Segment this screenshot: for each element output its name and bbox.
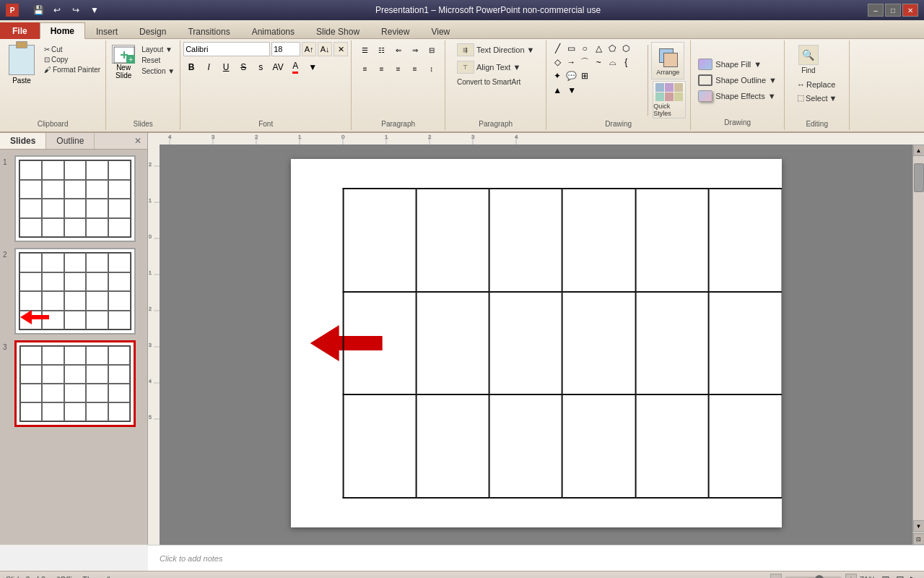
tab-view[interactable]: View [420, 23, 461, 39]
shape-fill-dropdown[interactable]: ▼ [754, 60, 762, 69]
scroll-expand-btn[interactable]: ⊡ [913, 533, 925, 545]
shapes-scroll-down[interactable]: ▼ [565, 84, 578, 97]
shape-diamond[interactable]: ◇ [551, 56, 564, 69]
zoom-out-btn[interactable]: – [770, 574, 782, 579]
font-size-input[interactable] [271, 42, 300, 56]
tab-animations[interactable]: Animations [241, 23, 305, 39]
shape-more[interactable]: ⊞ [578, 69, 591, 82]
text-shadow-btn[interactable]: s [253, 59, 269, 75]
shape-rect[interactable]: ▭ [565, 42, 578, 55]
copy-button[interactable]: ⊡ Copy [42, 55, 103, 64]
slide-thumb-2[interactable] [14, 248, 136, 335]
slide-thumb-3[interactable] [14, 340, 136, 427]
align-left-btn[interactable]: ≡ [357, 61, 373, 77]
cut-button[interactable]: ✂ Cut [42, 45, 103, 54]
select-dropdown[interactable]: ▼ [829, 94, 837, 103]
arrange-button[interactable]: Arrange [651, 42, 684, 79]
shape-oval[interactable]: ○ [578, 42, 591, 55]
scroll-down-btn[interactable]: ▼ [913, 520, 925, 532]
save-quick-btn[interactable]: 💾 [30, 2, 46, 18]
shape-effects-button[interactable]: Shape Effects ▼ [695, 89, 780, 103]
panel-tab-outline[interactable]: Outline [46, 133, 95, 149]
scroll-track[interactable] [913, 156, 924, 520]
text-dir-dropdown[interactable]: ▼ [527, 46, 535, 54]
shape-pentagon[interactable]: ⬠ [606, 42, 619, 55]
tab-insert[interactable]: Insert [85, 23, 128, 39]
line-spacing-btn[interactable]: ↕ [424, 61, 440, 77]
bold-btn[interactable]: B [183, 59, 199, 75]
undo-quick-btn[interactable]: ↩ [49, 2, 65, 18]
shape-star[interactable]: ✦ [551, 69, 564, 82]
find-button[interactable]: 🔍 Find [794, 42, 823, 77]
font-color-dropdown-btn[interactable]: ▼ [305, 59, 321, 75]
font-name-input[interactable] [183, 42, 270, 56]
slide-thumb-1[interactable] [14, 155, 136, 242]
align-center-btn[interactable]: ≡ [374, 61, 390, 77]
clear-format-btn[interactable]: ✕ [334, 42, 348, 56]
tab-design[interactable]: Design [128, 23, 177, 39]
strikethrough-btn[interactable]: S [235, 59, 251, 75]
slide-thumb-item-2[interactable]: 2 [3, 248, 144, 335]
shape-outline-button[interactable]: Shape Outline ▼ [695, 73, 780, 87]
shape-brace[interactable]: { [619, 56, 632, 69]
select-button[interactable]: ⬚ Select ▼ [794, 92, 840, 104]
shape-freeform[interactable]: ~ [592, 56, 605, 69]
quick-styles-button[interactable]: Quick Styles [653, 81, 686, 118]
numbers-btn[interactable]: ☷ [374, 42, 390, 58]
char-spacing-btn[interactable]: AV [270, 59, 286, 75]
underline-btn[interactable]: U [218, 59, 234, 75]
view-normal-btn[interactable]: ⊞ [881, 574, 890, 579]
increase-indent-btn[interactable]: ⇒ [407, 42, 423, 58]
shape-callout[interactable]: 💬 [565, 69, 578, 82]
font-grow-btn[interactable]: A↑ [302, 42, 316, 56]
tab-file[interactable]: File [0, 22, 40, 39]
italic-btn[interactable]: I [201, 59, 217, 75]
notes-area[interactable]: Click to add notes [148, 545, 924, 571]
scroll-thumb[interactable] [914, 163, 924, 192]
panel-close-btn[interactable]: ✕ [128, 133, 147, 149]
shape-arc[interactable]: ⌓ [606, 56, 619, 69]
view-slide-sorter-btn[interactable]: ⊡ [896, 574, 905, 579]
right-scrollbar[interactable]: ▲ ▼ ⊡ [912, 144, 924, 545]
scroll-up-btn[interactable]: ▲ [913, 144, 925, 156]
shape-outline-dropdown[interactable]: ▼ [769, 76, 777, 85]
shape-effects-dropdown[interactable]: ▼ [768, 92, 776, 100]
tab-transitions[interactable]: Transitions [177, 23, 240, 39]
close-btn[interactable]: ✕ [902, 4, 918, 17]
text-direction-button[interactable]: ⇶ Text Direction ▼ [454, 42, 538, 58]
shape-fill-button[interactable]: Shape Fill ▼ [695, 57, 780, 72]
view-slideshow-btn[interactable]: ▶ [910, 574, 918, 579]
tab-slideshow[interactable]: Slide Show [305, 23, 370, 39]
reset-button[interactable]: Reset [139, 56, 177, 65]
layout-button[interactable]: Layout ▼ [139, 45, 177, 54]
align-text-button[interactable]: ⊤ Align Text ▼ [454, 59, 523, 75]
shape-curve[interactable]: ⌒ [578, 56, 591, 69]
slide-thumb-item-3[interactable]: 3 [3, 340, 144, 427]
decrease-indent-btn[interactable]: ⇐ [391, 42, 406, 58]
shapes-scroll-up[interactable]: ▲ [551, 84, 564, 97]
convert-smartart-button[interactable]: Convert to SmartArt [454, 77, 523, 87]
slide-thumb-item-1[interactable]: 1 [3, 155, 144, 242]
tab-home[interactable]: Home [40, 22, 85, 39]
customize-quick-btn[interactable]: ▼ [87, 2, 103, 18]
font-color-btn[interactable]: A [287, 59, 303, 75]
justify-btn[interactable]: ≡ [407, 61, 423, 77]
shape-arrow-right[interactable]: → [565, 56, 578, 69]
columns-btn[interactable]: ⊟ [424, 42, 440, 58]
maximize-btn[interactable]: □ [885, 4, 901, 17]
align-text-dropdown[interactable]: ▼ [513, 63, 520, 72]
tab-review[interactable]: Review [370, 23, 420, 39]
align-right-btn[interactable]: ≡ [391, 61, 406, 77]
zoom-in-btn[interactable]: + [845, 574, 857, 579]
shape-line[interactable]: ╱ [551, 42, 564, 55]
section-button[interactable]: Section ▼ [139, 66, 177, 76]
minimize-btn[interactable]: – [868, 4, 884, 17]
panel-tab-slides[interactable]: Slides [0, 133, 46, 149]
current-slide[interactable] [291, 159, 782, 527]
font-shrink-btn[interactable]: A↓ [318, 42, 332, 56]
format-painter-button[interactable]: 🖌 Format Painter [42, 65, 103, 74]
bullets-btn[interactable]: ☰ [357, 42, 373, 58]
replace-button[interactable]: ↔ Replace [794, 79, 838, 90]
shape-triangle[interactable]: △ [592, 42, 605, 55]
paste-button[interactable]: Paste [3, 42, 40, 87]
